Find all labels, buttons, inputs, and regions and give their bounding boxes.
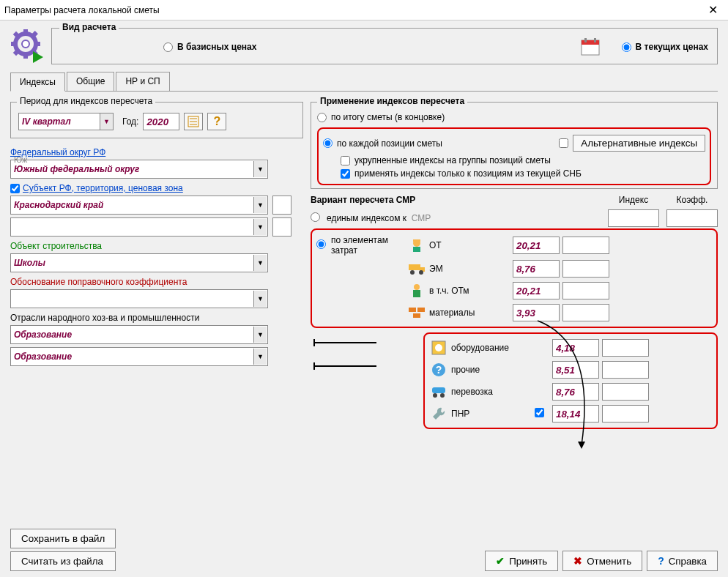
worker-icon <box>407 238 426 253</box>
radio-by-elements[interactable] <box>316 239 326 249</box>
current-snb-checkbox[interactable]: применять индексы только к позициям из т… <box>341 167 705 180</box>
tabs: Индексы Общие НР и СП <box>10 72 718 92</box>
apply-legend: Применение индексов пересчета <box>317 96 467 106</box>
truck-icon <box>407 263 426 275</box>
svg-point-26 <box>414 284 420 290</box>
person-icon <box>407 283 426 298</box>
subject-select[interactable]: Краснодарский край ▼ <box>10 196 268 215</box>
single-coef-input[interactable] <box>666 209 718 227</box>
alt-indexes-checkbox[interactable] <box>559 138 568 148</box>
svg-point-42 <box>433 393 437 398</box>
tab-nr-sp[interactable]: НР и СП <box>116 72 169 91</box>
svg-rect-20 <box>413 239 420 242</box>
chevron-down-icon[interactable]: ▼ <box>253 197 267 213</box>
subject-checkbox[interactable]: Субъект РФ, территория, ценовая зона <box>10 183 303 193</box>
period-group: Период для индексов пересчета IV квартал… <box>10 102 303 138</box>
em-index-input[interactable] <box>513 260 560 278</box>
wrench-icon <box>429 406 448 421</box>
arrow-icon <box>311 337 376 349</box>
tab-indexes[interactable]: Индексы <box>10 72 65 92</box>
svg-rect-21 <box>413 247 420 252</box>
chevron-down-icon[interactable]: ▼ <box>253 349 267 365</box>
radio-total-estimate[interactable]: по итогу сметы (в концовке) <box>317 110 711 124</box>
radio-base-prices[interactable]: В базисных ценах <box>163 42 256 52</box>
pnr-checkbox[interactable] <box>535 408 544 417</box>
close-button[interactable]: ✕ <box>702 1 724 19</box>
trans-coef-input[interactable] <box>602 383 649 401</box>
subject-extra-box-2[interactable] <box>272 217 291 237</box>
gear-icon <box>10 29 45 64</box>
trans-index-input[interactable] <box>552 383 599 401</box>
chevron-down-icon[interactable]: ▼ <box>253 219 267 235</box>
otm-coef-input[interactable] <box>562 282 609 299</box>
calc-type-legend: Вид расчета <box>59 22 119 32</box>
chevron-down-icon[interactable]: ▼ <box>253 327 267 343</box>
pnr-coef-input[interactable] <box>602 405 649 422</box>
aggregated-indexes-checkbox[interactable]: укрупненные индексы на группы позиций см… <box>341 154 705 167</box>
list-icon-button[interactable] <box>184 113 203 130</box>
svg-point-1 <box>22 40 29 48</box>
window-body: Вид расчета В базисных ценах В текущих ц… <box>0 21 728 577</box>
coef-select[interactable]: ▼ <box>10 289 268 308</box>
year-input[interactable] <box>143 113 179 130</box>
help-button[interactable]: ?Справка <box>647 551 718 571</box>
industry-select-1[interactable]: Образование ▼ <box>10 325 268 344</box>
svg-rect-41 <box>432 387 445 393</box>
industry-select-2[interactable]: Образование ▼ <box>10 347 268 366</box>
pnr-index-input[interactable] <box>552 405 599 422</box>
radio-single-index[interactable] <box>311 212 320 222</box>
period-legend: Период для индексов пересчета <box>17 96 155 106</box>
svg-rect-13 <box>584 38 587 42</box>
tab-general[interactable]: Общие <box>67 72 114 91</box>
svg-text:?: ? <box>436 364 442 376</box>
equip-index-input[interactable] <box>552 339 599 357</box>
accept-button[interactable]: ✔Принять <box>485 551 558 571</box>
car-icon <box>429 386 448 398</box>
year-label: Год: <box>122 116 138 127</box>
object-label: Объект строительства <box>10 241 303 251</box>
ot-index-input[interactable] <box>513 237 560 254</box>
meter-icon <box>429 340 448 355</box>
ot-coef-input[interactable] <box>562 237 609 254</box>
single-index-input[interactable] <box>608 209 659 227</box>
svg-rect-4 <box>11 42 17 46</box>
question-icon: ? <box>429 362 448 377</box>
cancel-button[interactable]: ✖Отменить <box>562 551 642 571</box>
svg-marker-44 <box>578 442 585 449</box>
help-icon-button[interactable]: ? <box>207 113 226 130</box>
mat-coef-input[interactable] <box>562 304 609 321</box>
elements-block: по элементам затрат ОТ ЭМ в т.ч. ОТ <box>311 228 718 328</box>
titlebar: Параметры расчета локальной сметы ✕ <box>0 0 728 21</box>
coef-label: Обоснование поправочного коэффициента <box>10 277 303 287</box>
calendar-icon <box>581 37 600 56</box>
radio-each-position[interactable]: по каждой позиции сметы Альтернативные и… <box>323 133 705 154</box>
chevron-down-icon[interactable]: ▼ <box>253 161 267 177</box>
chevron-down-icon[interactable]: ▼ <box>100 113 113 130</box>
fed-district-select[interactable]: Южный федеральный округ Юж ▼ <box>10 160 268 179</box>
chevron-down-icon[interactable]: ▼ <box>253 255 267 271</box>
otm-index-input[interactable] <box>513 282 560 299</box>
other-index-input[interactable] <box>552 361 599 379</box>
svg-point-43 <box>440 393 445 398</box>
quarter-select[interactable]: IV квартал ▼ <box>18 113 114 130</box>
svg-rect-28 <box>409 308 416 312</box>
subject-select-2[interactable]: ▼ <box>10 217 268 237</box>
svg-point-24 <box>410 270 415 275</box>
bricks-icon <box>407 308 426 318</box>
col-index: Индекс <box>601 195 666 205</box>
other-coef-input[interactable] <box>602 361 649 379</box>
object-select[interactable]: Школы ▼ <box>10 253 268 272</box>
footer: Сохранить в файл Считать из файла ✔Приня… <box>10 529 718 571</box>
radio-current-prices[interactable]: В текущих ценах <box>622 42 708 52</box>
mat-index-input[interactable] <box>513 304 560 321</box>
chevron-down-icon[interactable]: ▼ <box>253 291 267 307</box>
col-coef: Коэфф. <box>666 195 718 205</box>
alt-indexes-button[interactable]: Альтернативные индексы <box>573 135 705 152</box>
extra-elements-block: оборудование ? прочие перевоз <box>423 332 718 429</box>
load-file-button[interactable]: Считать из файла <box>10 551 116 571</box>
equip-coef-input[interactable] <box>602 339 649 357</box>
subject-extra-box[interactable] <box>272 196 291 215</box>
em-coef-input[interactable] <box>562 260 609 278</box>
svg-point-38 <box>435 344 442 351</box>
save-file-button[interactable]: Сохранить в файл <box>10 529 116 548</box>
